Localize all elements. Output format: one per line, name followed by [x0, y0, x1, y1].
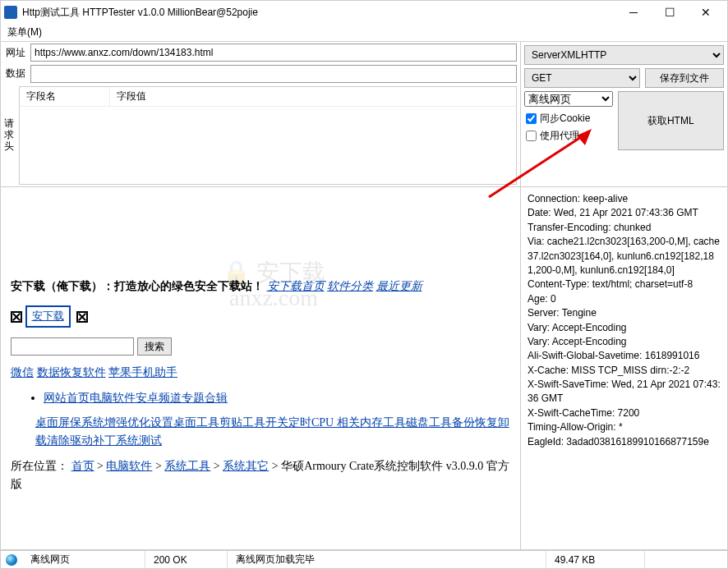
url-label: 网址 [4, 46, 27, 60]
nav-link[interactable]: 软件分类 [327, 280, 373, 292]
app-icon [4, 6, 17, 19]
use-proxy-checkbox[interactable] [526, 131, 537, 141]
headers-table[interactable]: 字段名 字段值 [19, 86, 517, 185]
nav-link[interactable]: 安下载首页 [267, 280, 325, 292]
response-headers[interactable]: Connection: keep-alive Date: Wed, 21 Apr… [520, 187, 727, 549]
data-input[interactable] [30, 65, 517, 83]
link[interactable]: 网站首页电脑软件安卓频道专题合辑 [44, 392, 228, 404]
status-message: 离线网页加载完毕 [228, 551, 546, 568]
html-preview[interactable]: 🔒 安下载 anxz.com 安下载（俺下载）：打造放心的绿色安全下载站！ 安下… [1, 187, 520, 549]
breadcrumb-link[interactable]: 系统其它 [223, 460, 269, 472]
minimize-button[interactable]: ─ [615, 1, 652, 24]
use-proxy-check[interactable]: 使用代理 [526, 129, 611, 143]
link[interactable]: 微信 [11, 366, 34, 379]
close-button[interactable]: ✕ [688, 1, 724, 24]
x-icon [11, 311, 22, 323]
window-title: Http测试工具 HTTPTester v1.0.0 MillionBear@5… [22, 6, 615, 20]
sync-cookie-checkbox[interactable] [526, 113, 537, 124]
title-bar: Http测试工具 HTTPTester v1.0.0 MillionBear@5… [1, 1, 727, 24]
request-left: 网址 数据 请求头 字段名 字段值 [1, 42, 520, 186]
method-select[interactable]: GET [524, 68, 640, 88]
headers-side-label: 请求头 [4, 85, 16, 185]
status-mode: 离线网页 [22, 551, 145, 568]
link[interactable]: 数据恢复软件 [37, 366, 106, 379]
link[interactable]: 苹果手机助手 [108, 366, 177, 379]
status-code: 200 OK [145, 551, 228, 568]
breadcrumb-link[interactable]: 系统工具 [164, 460, 210, 472]
download-box-link[interactable]: 安下载 [25, 305, 71, 328]
get-html-button[interactable]: 获取HTML [618, 91, 725, 150]
nav-link[interactable]: 最近更新 [376, 280, 422, 292]
page-mode-select[interactable]: 离线网页 [524, 91, 613, 107]
col-name: 字段名 [20, 87, 110, 106]
data-label: 数据 [4, 65, 27, 80]
response-panel: 🔒 安下载 anxz.com 安下载（俺下载）：打造放心的绿色安全下载站！ 安下… [1, 187, 727, 550]
request-right: ServerXMLHTTP GET 保存到文件 离线网页 同步Cookie [520, 42, 727, 186]
link[interactable]: 桌面屏保系统增强优化设置桌面工具剪贴工具开关定时CPU 相关内存工具磁盘工具备份… [35, 416, 509, 447]
search-input[interactable] [11, 337, 134, 356]
menu-bar: 菜单(M) [1, 24, 727, 42]
breadcrumb-link[interactable]: 电脑软件 [106, 460, 152, 472]
site-headline: 安下载（俺下载）：打造放心的绿色安全下载站！ [11, 280, 264, 292]
menu-item[interactable]: 菜单(M) [7, 25, 42, 39]
maximize-button[interactable]: ☐ [652, 1, 688, 24]
save-to-file-button[interactable]: 保存到文件 [645, 68, 724, 88]
x-icon [76, 311, 88, 323]
url-input[interactable] [30, 44, 517, 62]
status-size: 49.47 KB [546, 551, 645, 568]
breadcrumb-label: 所在位置： [11, 460, 68, 472]
server-select[interactable]: ServerXMLHTTP [524, 45, 724, 65]
search-button[interactable]: 搜索 [137, 337, 172, 356]
col-value: 字段值 [110, 87, 153, 106]
sync-cookie-check[interactable]: 同步Cookie [526, 112, 611, 126]
request-panel: 网址 数据 请求头 字段名 字段值 [1, 42, 727, 187]
globe-icon [6, 554, 17, 566]
breadcrumb-link[interactable]: 首页 [71, 460, 94, 472]
status-bar: 离线网页 200 OK 离线网页加载完毕 49.47 KB [1, 550, 727, 568]
status-empty [645, 551, 727, 568]
